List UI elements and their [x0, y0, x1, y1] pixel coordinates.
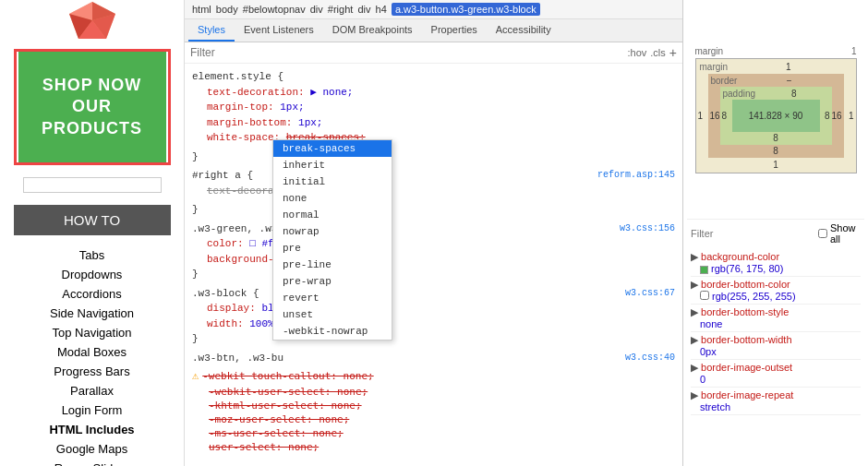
nav-item-login-form[interactable]: Login Form — [0, 400, 184, 420]
css-file-link-w3-156[interactable]: w3.css:156 — [620, 221, 675, 235]
border-label-inner: border — [711, 76, 738, 86]
search-input[interactable] — [23, 177, 162, 193]
nav-item-google-maps[interactable]: Google Maps — [0, 439, 184, 459]
css-rule-right-a: #right a { reform.asp:145 text-decorati … — [185, 166, 682, 200]
filter-plus-button[interactable]: + — [669, 45, 677, 60]
warning-icon: ⚠ — [192, 369, 199, 383]
breadcrumb-selected[interactable]: a.w3-button.w3-green.w3-block — [392, 3, 540, 16]
border-bottom-color-checkbox[interactable] — [700, 291, 709, 300]
nav-item-top-navigation[interactable]: Top Navigation — [0, 323, 184, 342]
css-moz-user-select: -moz-user-select: none; — [185, 412, 682, 426]
border-left-val: 16 — [710, 111, 720, 121]
breadcrumb-div2[interactable]: div — [357, 4, 370, 15]
prop-item-border-image-outset: ▶ border-image-outset 0 — [691, 360, 861, 388]
nav-item-accordions[interactable]: Accordions — [0, 284, 184, 304]
dd-item-initial[interactable]: initial — [273, 173, 392, 190]
tab-properties[interactable]: Properties — [422, 19, 487, 42]
nav-item-tabs[interactable]: Tabs — [0, 245, 184, 265]
breadcrumb-body[interactable]: body — [216, 4, 238, 15]
nav-item-progress-bars[interactable]: Progress Bars — [0, 362, 184, 381]
dd-item-pre-wrap[interactable]: pre-wrap — [273, 273, 392, 290]
dd-item-pre-line[interactable]: pre-line — [273, 257, 392, 273]
prop-arrow-border-btm-style[interactable]: ▶ — [691, 306, 698, 317]
css-webkit-callout: -webkit touch-callout: none; — [202, 370, 373, 382]
css-prop-text-decoration[interactable]: text-decoration: — [192, 87, 305, 98]
prop-name-border-image-outset[interactable]: border-image-outset — [701, 362, 792, 373]
prop-name-border-bottom-color[interactable]: border-bottom-color — [701, 279, 790, 290]
css-prop-display[interactable]: display: — [192, 303, 256, 314]
prop-arrow-border-btm-width[interactable]: ▶ — [691, 334, 698, 345]
shop-now-button[interactable]: SHOP NOW OUR PRODUCTS — [18, 52, 166, 162]
dd-item-normal[interactable]: normal — [273, 207, 392, 223]
tab-event-listeners[interactable]: Event Listeners — [235, 19, 323, 42]
tab-dom-breakpoints[interactable]: DOM Breakpoints — [323, 19, 422, 42]
css-ms-user-select-prop: -ms-user-select: none; — [209, 427, 344, 439]
prop-value-border-bottom-color: rgb(255, 255, 255) — [691, 291, 796, 302]
prop-arrow-bg-color[interactable]: ▶ — [691, 251, 698, 262]
box-model-container: margin 1 margin 1 border − padding 8 — [687, 4, 864, 215]
prop-name-border-bottom-width[interactable]: border-bottom-width — [701, 334, 791, 345]
tab-styles[interactable]: Styles — [188, 19, 235, 42]
nav-item-html-includes[interactable]: HTML Includes — [0, 420, 184, 439]
css-prop-margin-bottom[interactable]: margin-bottom: — [192, 117, 292, 128]
nav-item-range-sliders[interactable]: Range Sliders — [0, 459, 184, 466]
nav-item-dropdowns[interactable]: Dropdowns — [0, 265, 184, 284]
dd-item-unset[interactable]: unset — [273, 306, 392, 323]
css-rule-element-style: element.style { text-decoration: ▶ none;… — [185, 67, 682, 148]
dd-item-inherit[interactable]: inherit — [273, 157, 392, 173]
nav-item-side-navigation[interactable]: Side Navigation — [0, 304, 184, 323]
prop-value-bg-color: rgb(76, 175, 80) — [691, 263, 783, 274]
tab-accessibility[interactable]: Accessibility — [487, 19, 561, 42]
prop-arrow-border-img-repeat[interactable]: ▶ — [691, 389, 698, 400]
nav-item-modal-boxes[interactable]: Modal Boxes — [0, 342, 184, 362]
prop-value-border-bottom-width: 0px — [691, 346, 717, 357]
breadcrumb-html[interactable]: html — [192, 4, 211, 15]
left-panel: SHOP NOW OUR PRODUCTS HOW TO Tabs Dropdo… — [0, 0, 185, 466]
dd-item-nowrap[interactable]: nowrap — [273, 223, 392, 240]
padding-top-val: 8 — [791, 89, 797, 99]
dd-item-webkit-nowrap[interactable]: -webkit-nowrap — [273, 323, 392, 340]
css-value-text-decoration[interactable]: ▶ none; — [310, 87, 353, 98]
dd-item-revert[interactable]: revert — [273, 290, 392, 306]
prop-arrow-border-btm-color[interactable]: ▶ — [691, 279, 698, 290]
filter-hov-button[interactable]: :hov — [628, 47, 647, 58]
css-selector-w3block: .w3-block { — [192, 288, 259, 299]
css-webkit-user-select-prop: -webkit-user-select: none; — [209, 386, 368, 398]
breadcrumb-h4[interactable]: h4 — [376, 4, 387, 15]
breadcrumb-belowtopnav[interactable]: #belowtopnav — [243, 4, 306, 15]
right-filter-input[interactable] — [691, 228, 818, 239]
prop-item-border-bottom-color: ▶ border-bottom-color rgb(255, 255, 255) — [691, 277, 861, 305]
breadcrumb-div[interactable]: div — [310, 4, 323, 15]
breadcrumb-right[interactable]: #right — [328, 4, 354, 15]
styles-filter-input[interactable] — [190, 46, 628, 59]
nav-item-parallax[interactable]: Parallax — [0, 381, 184, 400]
css-rule-right-a-close: } — [185, 200, 682, 220]
dd-item-none[interactable]: none — [273, 190, 392, 207]
css-user-select-prop: user-select: none; — [209, 441, 319, 453]
dd-item-pre[interactable]: pre — [273, 240, 392, 257]
css-prop-color[interactable]: color: — [192, 238, 244, 249]
prop-name-border-bottom-style[interactable]: border-bottom-style — [701, 306, 789, 317]
prop-name-border-image-repeat[interactable]: border-image-repeat — [701, 389, 793, 400]
css-moz-user-select-prop: -moz-user-select: none; — [209, 413, 349, 425]
css-file-link-w3-40[interactable]: w3.css:40 — [625, 351, 675, 364]
padding-left-val: 8 — [722, 111, 728, 121]
css-file-link-reform[interactable]: reform.asp:145 — [597, 168, 675, 182]
css-prop-width[interactable]: width: — [192, 318, 244, 329]
padding-bottom-val: 8 — [773, 133, 778, 143]
breadcrumb: html body #belowtopnav div #right div h4… — [185, 0, 682, 19]
filter-cls-button[interactable]: .cls — [650, 47, 666, 58]
prop-arrow-border-img-outset[interactable]: ▶ — [691, 362, 698, 373]
css-value-margin-top[interactable]: 1px; — [280, 102, 304, 113]
gem-icon — [65, 0, 120, 44]
filter-bar: :hov .cls + — [185, 42, 682, 64]
css-prop-margin-top[interactable]: margin-top: — [192, 102, 274, 113]
css-value-margin-bottom[interactable]: 1px; — [298, 117, 322, 128]
css-file-link-w3-67[interactable]: w3.css:67 — [625, 286, 675, 300]
dd-item-break-spaces[interactable]: break-spaces — [273, 140, 392, 157]
css-brace-close: } — [192, 151, 199, 162]
prop-name-bg-color[interactable]: background-color — [701, 251, 779, 262]
show-all-checkbox[interactable] — [818, 229, 827, 238]
css-prop-white-space[interactable]: white-space: — [192, 132, 280, 143]
right-filter-bar: Show all — [687, 219, 864, 247]
